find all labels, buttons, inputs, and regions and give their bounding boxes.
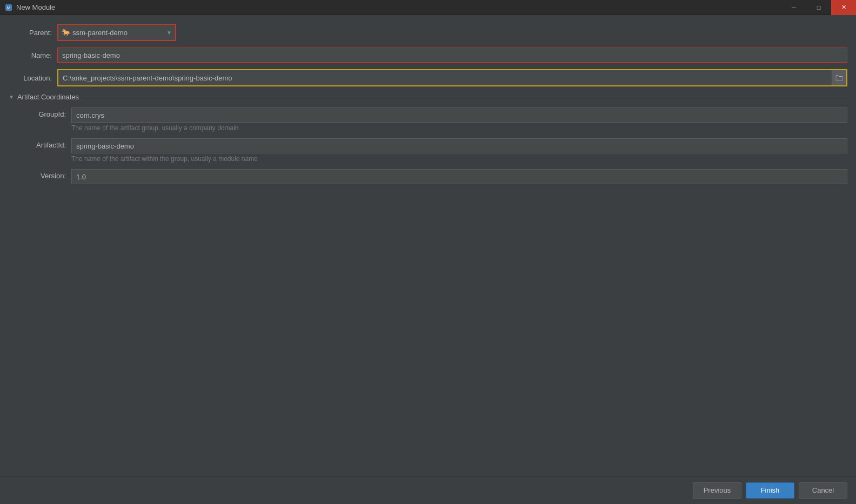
groupid-row: GroupId: The name of the artifact group,… [17, 107, 847, 136]
parent-dropdown-wrapper[interactable]: 🐎 ssm-parent-demo ▼ [57, 24, 176, 41]
artifactid-field-wrap: The name of the artifact within the grou… [71, 138, 847, 167]
version-label: Version: [17, 169, 71, 180]
groupid-label: GroupId: [17, 107, 71, 118]
name-row: Name: [9, 48, 847, 63]
maximize-button[interactable]: □ [806, 0, 831, 15]
groupid-input[interactable] [71, 107, 847, 123]
close-button[interactable]: ✕ [831, 0, 856, 15]
parent-label: Parent: [9, 29, 57, 37]
previous-button[interactable]: Previous [693, 482, 741, 499]
groupid-field-wrap: The name of the artifact group, usually … [71, 107, 847, 136]
artifactid-row: ArtifactId: The name of the artifact wit… [17, 138, 847, 167]
cancel-button[interactable]: Cancel [799, 482, 847, 499]
location-input[interactable] [58, 70, 831, 85]
artifactid-label: ArtifactId: [17, 138, 71, 149]
location-wrapper [57, 69, 847, 86]
minimize-button[interactable]: ─ [781, 0, 806, 15]
artifactid-input[interactable] [71, 138, 847, 153]
finish-button[interactable]: Finish [746, 482, 794, 499]
name-label: Name: [9, 51, 57, 59]
window-title: New Module [16, 3, 55, 11]
window-icon: M [4, 3, 13, 12]
version-field-wrap [71, 169, 847, 184]
location-browse-button[interactable] [831, 70, 846, 85]
artifact-section-title: Artifact Coordinates [17, 93, 79, 101]
parent-value: ssm-parent-demo [72, 29, 164, 37]
section-toggle-icon: ▼ [9, 94, 14, 100]
location-row: Location: [9, 69, 847, 86]
version-input[interactable] [71, 169, 847, 184]
artifact-section: GroupId: The name of the artifact group,… [9, 107, 847, 184]
svg-text:M: M [7, 5, 11, 10]
location-label: Location: [9, 74, 57, 82]
title-bar: M New Module ─ □ ✕ [0, 0, 856, 15]
artifactid-hint: The name of the artifact within the grou… [71, 155, 847, 163]
artifact-section-header[interactable]: ▼ Artifact Coordinates [9, 93, 847, 101]
parent-row: Parent: 🐎 ssm-parent-demo ▼ [9, 24, 847, 41]
button-bar: Previous Finish Cancel [0, 476, 856, 504]
section-divider [83, 97, 847, 97]
groupid-hint: The name of the artifact group, usually … [71, 124, 847, 132]
name-input[interactable] [57, 48, 847, 63]
dropdown-arrow-icon: ▼ [166, 30, 172, 36]
maven-icon: 🐎 [62, 28, 70, 37]
window-controls: ─ □ ✕ [781, 0, 856, 15]
version-row: Version: [17, 169, 847, 184]
dialog-content: Parent: 🐎 ssm-parent-demo ▼ Name: Locati… [0, 15, 856, 476]
